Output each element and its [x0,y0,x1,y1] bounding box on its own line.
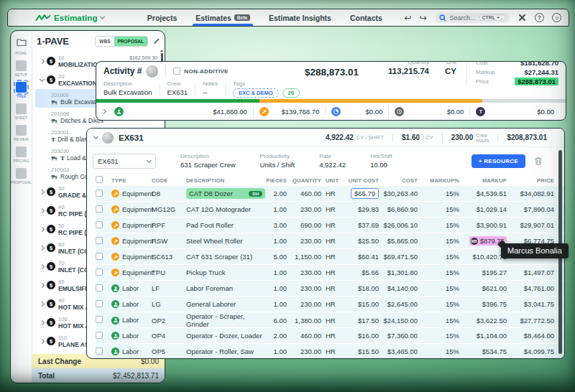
search-input[interactable]: Search... CTRL + . [435,13,510,23]
col-unit-cost[interactable]: UNIT COST [346,177,383,184]
summary-other[interactable]: T$0.00 [469,106,560,117]
resource-row-TPU[interactable]: EquipmentTPUPickup Truck1.00230.00HR$5.6… [96,265,564,280]
resource-unit-cost[interactable]: $5.66 [346,269,383,276]
resource-unit-cost[interactable]: $29.83 [346,205,383,213]
add-resource-button[interactable]: + RESOURCE [472,154,525,168]
col-cost[interactable]: COST [383,177,422,184]
help-icon[interactable]: ? [535,13,544,22]
unit-cost-input[interactable]: $65.79 [351,188,379,199]
resource-row-RPF[interactable]: EquipmentRPFPad Foot Roller3.00690.00HR$… [96,218,564,233]
app-logo[interactable]: Estimating [35,14,104,22]
rail-item-sheet[interactable]: SHEET [15,103,28,120]
toggle-proposal[interactable]: PROPOSAL [114,37,147,46]
toggle-wbs[interactable]: WBS [96,37,114,46]
activity-tags-field[interactable]: Tags EXC & DEMO20 [233,80,300,98]
col-markup%[interactable]: MARKUP% [422,177,464,184]
rail-item-home[interactable]: HOME [16,37,27,55]
chevron-right-icon[interactable] [38,340,45,343]
tag-pill[interactable]: 20 [282,88,300,98]
resource-unit-cost[interactable]: $60.41 [346,253,383,261]
checkbox-icon[interactable] [173,67,180,75]
resource-row-OP5[interactable]: LaborOP5Operator - Roller, Saw1.00230.00… [96,344,564,359]
resource-unit-cost[interactable]: $18.00 [346,284,383,292]
resource-row-SC613[interactable]: EquipmentSC613CAT 631 Scraper (31)5.001,… [96,249,564,264]
trash-icon[interactable] [534,157,543,166]
chevron-right-icon[interactable] [101,108,106,113]
rail-item-tree[interactable]: TREE [16,82,27,98]
undo-icon[interactable]: ↩ [404,14,411,22]
resource-unit-cost[interactable]: $15.50 [346,347,383,355]
chevron-right-icon[interactable] [38,265,45,269]
activity-quantity[interactable]: Quantity 113,215.74 [388,61,429,75]
col-type[interactable]: TYPE [111,177,152,184]
select-all-checkbox[interactable] [96,176,103,183]
activity-crew-field[interactable]: Crew EX631 [167,80,188,96]
resource-unit-cost[interactable]: $25.50 [346,237,383,245]
row-checkbox[interactable] [96,332,103,339]
row-checkbox[interactable] [96,253,103,260]
resource-unit-cost[interactable]: $16.00 [346,332,383,340]
col-markup[interactable]: MARKUP [464,177,511,184]
resource-row-LG[interactable]: LaborLGGeneral Laborer1.00230.00HR$15.00… [96,297,564,312]
edit-icon[interactable] [152,37,160,45]
row-checkbox[interactable] [96,316,103,323]
crew-rate-field[interactable]: Rate 4,922.42 [319,153,346,169]
row-checkbox[interactable] [96,284,103,291]
summary-material[interactable]: $0.00 [325,106,388,117]
col-unit[interactable]: UNIT [326,177,346,184]
rail-item-setup[interactable]: SETUP [15,60,28,77]
chevron-right-icon[interactable] [38,60,45,63]
tools-icon[interactable] [518,13,527,22]
summary-sub[interactable]: $0.00 [388,106,469,117]
chevron-right-icon[interactable] [38,190,45,194]
rail-item-proposal[interactable]: PROPOSAL [11,168,32,185]
activity-unit[interactable]: Unit CY [445,61,456,75]
crew-select[interactable]: EX631 [93,154,156,169]
chevron-right-icon[interactable] [38,284,45,287]
nav-contacts[interactable]: Contacts [350,9,382,26]
tag-pill[interactable]: EXC & DEMO [233,88,279,98]
chevron-right-icon[interactable] [38,209,45,213]
row-checkbox[interactable] [96,347,103,355]
row-checkbox[interactable] [96,269,103,276]
profile-icon[interactable] [552,13,561,22]
resource-row-MG12G[interactable]: EquipmentMG12GCAT 12G Motograder1.00230.… [96,202,564,217]
nav-estimate-insights[interactable]: Estimate Insights [269,9,331,26]
wbs-proposal-toggle[interactable]: WBS PROPOSAL [95,36,148,47]
crew-hrs-field[interactable]: Hrs/Shift 10.00 [370,153,392,169]
row-checkbox[interactable] [96,190,103,197]
col-quantity[interactable]: QUANTITY [291,177,326,184]
non-additive-checkbox[interactable]: NON-ADDITIVE [173,67,228,75]
activity-avatar[interactable] [146,65,158,78]
summary-labor[interactable]: $41,860.00 [109,106,253,117]
row-checkbox[interactable] [96,205,103,213]
resource-unit-cost[interactable]: $15.00 [346,300,383,308]
summary-equipment[interactable]: $139,768.70 [253,106,326,117]
rail-item-review[interactable]: REVIEW [14,125,29,141]
chevron-right-icon[interactable] [38,302,45,306]
nav-estimates[interactable]: EstimatesBeta [196,9,250,26]
chevron-right-icon[interactable] [38,321,45,325]
resource-row-OP4[interactable]: LaborOP4Operator - Dozer, Loader2.00460.… [96,328,564,343]
col-price[interactable]: PRICE [511,177,558,184]
activity-description-field[interactable]: Description Bulk Excavation [104,80,152,96]
resource-row-OP2[interactable]: LaborOP2Operator - Scraper, Grinder6.001… [96,312,564,327]
chevron-down-icon[interactable] [93,134,98,139]
row-checkbox[interactable] [96,221,103,228]
nav-projects[interactable]: Projects [147,9,177,26]
crew-productivity-field[interactable]: Productivity Units / Shift [260,153,295,169]
resource-unit-cost[interactable]: $17.50 [346,317,383,325]
rail-item-pricing[interactable]: PRICING [13,146,29,163]
col-pieces[interactable]: PIECES [265,177,291,184]
chevron-down-icon[interactable] [38,79,45,81]
crew-description-field[interactable]: Description 631 Scraper Crew [180,153,236,169]
col-code[interactable]: CODE [152,177,186,184]
resource-row-D8[interactable]: EquipmentD8CAT D8 DozerDH2.00460.00HR$65… [96,186,564,201]
chevron-down-icon[interactable] [100,14,105,19]
chevron-right-icon[interactable] [38,228,45,231]
col-description[interactable]: DESCRIPTION [186,177,265,184]
resource-unit-cost[interactable]: $37.69 [346,221,383,229]
resource-unit-cost[interactable]: $65.79 [346,188,383,199]
crew-avatar[interactable] [102,132,114,144]
activity-notes-field[interactable]: Notes -- [203,80,218,96]
